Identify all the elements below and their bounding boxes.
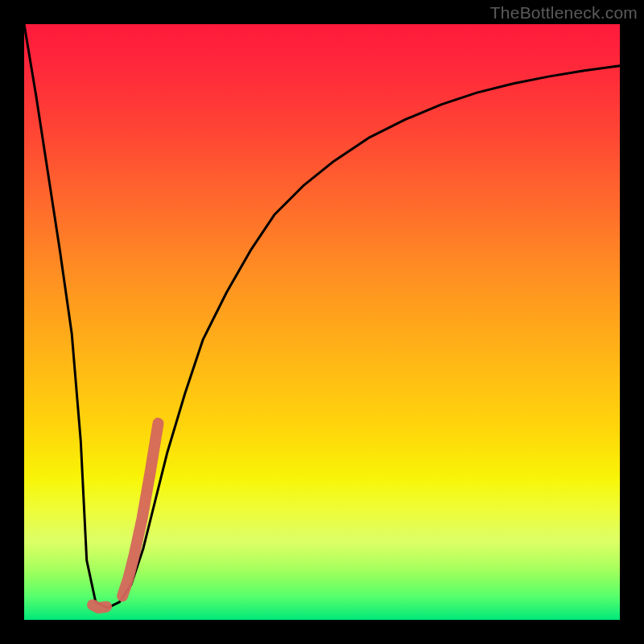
watermark-text: TheBottleneck.com (490, 3, 638, 23)
chart-frame: TheBottleneck.com (0, 0, 644, 644)
trough-highlight (93, 605, 106, 609)
curve-layer (24, 24, 620, 620)
plot-area (24, 24, 620, 620)
bottleneck-curve (24, 24, 620, 608)
